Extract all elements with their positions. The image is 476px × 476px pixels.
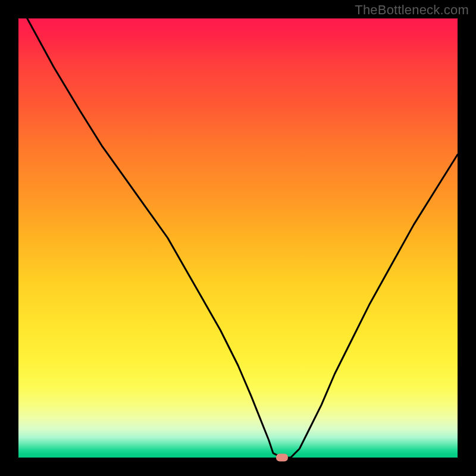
- bottleneck-curve: [18, 18, 458, 458]
- plot-area: [18, 18, 458, 458]
- chart-frame: TheBottleneck.com: [0, 0, 476, 476]
- watermark-text: TheBottleneck.com: [355, 2, 469, 18]
- minimum-marker: [276, 454, 288, 462]
